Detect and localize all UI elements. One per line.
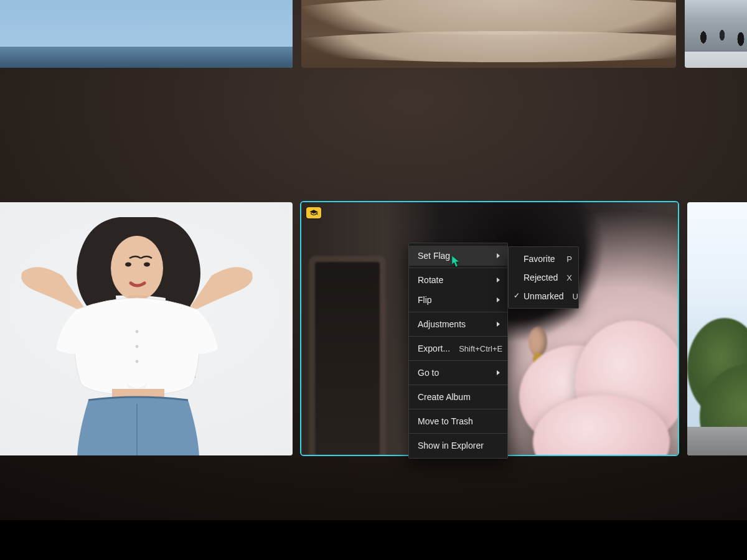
menu-item-label: Go to xyxy=(418,368,439,378)
menu-item-label: Move to Trash xyxy=(418,416,473,426)
menu-item-adjustments[interactable]: Adjustments xyxy=(409,314,507,334)
menu-item-label: Rotate xyxy=(418,275,443,285)
photo-grid[interactable]: Set Flag Rotate Flip Adjustments Export.… xyxy=(0,0,747,560)
svg-point-7 xyxy=(136,345,139,348)
context-menu[interactable]: Set Flag Rotate Flip Adjustments Export.… xyxy=(408,243,508,459)
footer-band xyxy=(0,520,747,560)
svg-point-8 xyxy=(136,360,139,363)
submenu-item-shortcut: P xyxy=(566,254,572,264)
menu-item-flip[interactable]: Flip xyxy=(409,290,507,310)
menu-item-set-flag[interactable]: Set Flag xyxy=(409,246,507,266)
svg-point-1 xyxy=(125,263,131,267)
thumbnail-buildings-reflection[interactable] xyxy=(0,0,293,68)
menu-separator xyxy=(409,336,507,337)
submenu-item-label: Unmarked xyxy=(524,291,564,301)
thumbnail-street-scene[interactable] xyxy=(685,0,747,68)
menu-item-go-to[interactable]: Go to xyxy=(409,363,507,383)
context-submenu-set-flag[interactable]: Favorite P Rejected X ✓ Unmarked U xyxy=(508,246,579,309)
submenu-item-rejected[interactable]: Rejected X xyxy=(509,268,578,287)
menu-separator xyxy=(409,268,507,268)
submenu-arrow-icon xyxy=(497,253,500,258)
thumbnail-beach-waves[interactable] xyxy=(301,0,676,68)
thumbnail-portrait-white-top[interactable] xyxy=(0,202,293,455)
menu-separator xyxy=(409,409,507,409)
menu-item-label: Set Flag xyxy=(418,251,450,261)
menu-item-export[interactable]: Export... Shift+Ctrl+E xyxy=(409,338,507,358)
submenu-item-shortcut: X xyxy=(566,273,572,282)
submenu-item-label: Rejected xyxy=(524,273,558,282)
submenu-item-favorite[interactable]: Favorite P xyxy=(509,250,578,268)
submenu-arrow-icon xyxy=(497,370,500,375)
submenu-item-label: Favorite xyxy=(524,254,555,264)
menu-item-label: Adjustments xyxy=(418,319,466,329)
svg-point-2 xyxy=(144,263,150,267)
checkmark-icon: ✓ xyxy=(514,292,521,299)
svg-point-6 xyxy=(136,330,139,334)
menu-item-shortcut: Shift+Ctrl+E xyxy=(459,344,502,353)
menu-item-rotate[interactable]: Rotate xyxy=(409,270,507,290)
submenu-item-unmarked[interactable]: ✓ Unmarked U xyxy=(509,287,578,306)
menu-separator xyxy=(409,385,507,385)
menu-item-label: Show in Explorer xyxy=(418,441,484,450)
menu-separator xyxy=(409,433,507,434)
menu-item-label: Export... xyxy=(418,343,450,353)
menu-separator xyxy=(409,360,507,361)
menu-item-show-in-explorer[interactable]: Show in Explorer xyxy=(409,436,507,455)
menu-item-label: Flip xyxy=(418,295,432,305)
submenu-item-shortcut: U xyxy=(573,292,578,301)
menu-item-label: Create Album xyxy=(418,392,471,402)
menu-item-move-to-trash[interactable]: Move to Trash xyxy=(409,411,507,431)
menu-separator xyxy=(409,312,507,312)
graduation-cap-icon xyxy=(306,207,321,218)
menu-item-create-album[interactable]: Create Album xyxy=(409,387,507,407)
thumbnail-outdoor-trees[interactable] xyxy=(687,202,747,455)
submenu-arrow-icon xyxy=(497,297,500,302)
svg-point-0 xyxy=(111,236,163,301)
submenu-arrow-icon xyxy=(497,278,500,282)
svg-point-10 xyxy=(317,214,317,215)
submenu-arrow-icon xyxy=(497,322,500,327)
